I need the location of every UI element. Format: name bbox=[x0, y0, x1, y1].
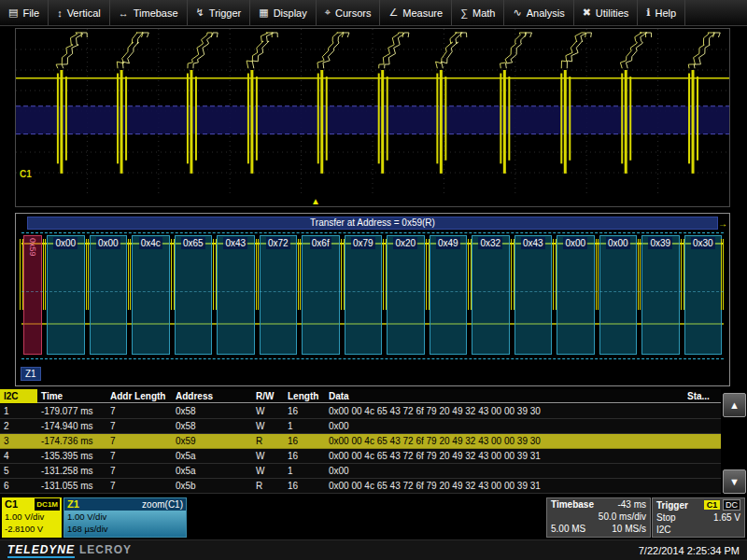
menu-item-label: Trigger bbox=[209, 7, 241, 19]
z1-descriptor-label: Z1 bbox=[67, 498, 79, 511]
trigger-descriptor-box[interactable]: Trigger C1 DC Stop 1.65 V I2C bbox=[652, 497, 745, 538]
table-bus-label[interactable]: I2C bbox=[0, 389, 37, 403]
descriptor-bar: C1 DC1M 1.00 V/div -2.8100 V Z1 zoom(C1)… bbox=[0, 497, 747, 539]
address-value: 0x59 bbox=[28, 238, 37, 354]
decode-byte-box[interactable]: 0x43 bbox=[514, 235, 553, 355]
cell-rw: W bbox=[252, 464, 284, 478]
scroll-right-icon[interactable]: → bbox=[718, 218, 727, 230]
cell-rw: R bbox=[252, 434, 284, 448]
menu-item-display[interactable]: ▦Display bbox=[250, 0, 316, 25]
decode-row-5[interactable]: 5-131.258 ms70x5aW10x00 bbox=[0, 464, 721, 479]
menu-item-measure[interactable]: ∠Measure bbox=[380, 0, 452, 25]
decode-byte-box[interactable]: 0x79 bbox=[345, 235, 383, 355]
column-header-length[interactable]: Length bbox=[284, 389, 325, 403]
decode-byte-box[interactable]: 0x30 bbox=[684, 235, 723, 355]
column-header-data[interactable]: Data bbox=[325, 389, 684, 403]
cell-address: 0x5b bbox=[172, 479, 252, 493]
decode-byte-box[interactable]: 0x72 bbox=[260, 235, 298, 355]
cell-rw: W bbox=[252, 404, 284, 418]
byte-value: 0x20 bbox=[393, 237, 417, 249]
decode-byte-box[interactable]: 0x43 bbox=[217, 235, 255, 355]
decode-row-2[interactable]: 2-174.940 ms70x58W10x00 bbox=[0, 419, 721, 434]
menu-bar: ▤File↕Vertical↔Timebase↯Trigger▦Display⌖… bbox=[0, 0, 747, 26]
column-header-sta[interactable]: Sta... bbox=[684, 389, 721, 403]
menu-item-file[interactable]: ▤File bbox=[0, 0, 49, 25]
menu-item-timebase[interactable]: ↔Timebase bbox=[110, 0, 188, 25]
oscilloscope-app: ▤File↕Vertical↔Timebase↯Trigger▦Display⌖… bbox=[0, 0, 747, 560]
c1-descriptor-label: C1 bbox=[5, 498, 18, 511]
decode-byte-box[interactable]: 0x00 bbox=[599, 235, 638, 355]
i2c-decode-table: I2C TimeAddr LengthAddressR/WLengthDataS… bbox=[0, 389, 747, 497]
byte-value: 0x39 bbox=[648, 237, 672, 249]
column-header-time[interactable]: Time bbox=[37, 389, 106, 403]
decode-byte-box[interactable]: 0x20 bbox=[387, 235, 425, 355]
decode-byte-box[interactable]: 0x6f bbox=[302, 235, 340, 355]
z1-descriptor-box[interactable]: Z1 zoom(C1) 1.00 V/div 168 µs/div bbox=[63, 497, 187, 538]
decode-byte-box[interactable]: 0x65 bbox=[175, 235, 213, 355]
cell-length: 16 bbox=[284, 404, 325, 418]
column-header-address[interactable]: Address bbox=[172, 389, 252, 403]
byte-value: 0x4c bbox=[139, 237, 162, 249]
decode-byte-box[interactable]: 0x49 bbox=[430, 235, 468, 355]
cell-address: 0x59 bbox=[172, 434, 252, 448]
cell-status bbox=[684, 434, 721, 448]
decode-row-1[interactable]: 1-179.077 ms70x58W160x00 00 4c 65 43 72 … bbox=[0, 404, 721, 419]
decode-row-3[interactable]: 3-174.736 ms70x59R160x00 00 4c 65 43 72 … bbox=[0, 434, 721, 449]
menu-item-label: File bbox=[22, 7, 39, 19]
menu-item-label: Analysis bbox=[527, 7, 565, 19]
timebase-descriptor-box[interactable]: Timebase -43 ms 50.0 ms/div 5.00 MS 10 M… bbox=[546, 497, 651, 538]
menu-item-vertical[interactable]: ↕Vertical bbox=[49, 0, 110, 25]
cell-index: 1 bbox=[0, 404, 37, 418]
z1-tdiv: 168 µs/div bbox=[64, 523, 186, 535]
scroll-down-button[interactable]: ▼ bbox=[723, 469, 746, 494]
cell-data: 0x00 00 4c 65 43 72 6f 79 20 49 32 43 00… bbox=[325, 449, 684, 463]
menu-item-label: Timebase bbox=[134, 7, 178, 19]
menu-item-label: Help bbox=[655, 7, 677, 19]
trigger-position-marker[interactable]: ▲ bbox=[311, 196, 320, 206]
transfer-address-banner: Transfer at Address = 0x59(R) → bbox=[27, 217, 718, 230]
byte-value: 0x00 bbox=[96, 237, 120, 249]
decode-byte-box[interactable]: 0x39 bbox=[641, 235, 680, 355]
column-header-addr-length[interactable]: Addr Length bbox=[106, 389, 172, 403]
decode-byte-box[interactable]: 0x32 bbox=[472, 235, 510, 355]
column-header-r-w[interactable]: R/W bbox=[252, 389, 284, 403]
utilities-icon: ✖ bbox=[583, 7, 591, 19]
menu-item-cursors[interactable]: ⌖Cursors bbox=[317, 0, 381, 25]
byte-value: 0x00 bbox=[563, 237, 587, 249]
timebase-delay: -43 ms bbox=[617, 498, 646, 511]
menu-item-trigger[interactable]: ↯Trigger bbox=[188, 0, 251, 25]
cell-index: 6 bbox=[0, 479, 37, 493]
z1-zoom-panel: Transfer at Address = 0x59(R) → 0x590x00… bbox=[15, 213, 730, 386]
byte-value: 0x72 bbox=[266, 237, 290, 249]
decode-byte-box[interactable]: 0x00 bbox=[47, 235, 85, 355]
decode-byte-box[interactable]: 0x00 bbox=[90, 235, 128, 355]
menu-item-label: Math bbox=[472, 7, 495, 19]
cell-status bbox=[684, 404, 721, 418]
cell-status bbox=[684, 464, 721, 478]
trigger-icon: ↯ bbox=[196, 7, 204, 19]
menu-item-analysis[interactable]: ∿Analysis bbox=[504, 0, 573, 25]
decode-byte-box[interactable]: 0x4c bbox=[132, 235, 170, 355]
byte-value: 0x00 bbox=[53, 237, 78, 249]
brand-teledyne: TELEDYNE bbox=[7, 543, 75, 558]
scroll-up-button[interactable]: ▲ bbox=[723, 393, 746, 417]
menu-item-math[interactable]: ∑Math bbox=[452, 0, 504, 25]
decode-address-box[interactable]: 0x59 bbox=[23, 235, 42, 355]
menu-item-utilities[interactable]: ✖Utilities bbox=[574, 0, 639, 25]
cell-data: 0x00 00 4c 65 43 72 6f 79 20 49 32 43 00… bbox=[325, 479, 684, 493]
measure-icon: ∠ bbox=[388, 7, 398, 19]
menu-item-label: Vertical bbox=[67, 7, 101, 19]
status-footer: TELEDYNE LECROY 7/22/2014 2:25:34 PM bbox=[0, 539, 747, 560]
z1-vdiv: 1.00 V/div bbox=[64, 511, 186, 523]
c1-descriptor-box[interactable]: C1 DC1M 1.00 V/div -2.8100 V bbox=[2, 497, 62, 538]
cell-time: -179.077 ms bbox=[37, 404, 106, 418]
cell-index: 2 bbox=[0, 419, 37, 433]
decode-byte-box[interactable]: 0x00 bbox=[557, 235, 595, 355]
cell-status bbox=[684, 449, 721, 463]
cell-length: 1 bbox=[284, 419, 325, 433]
decode-row-6[interactable]: 6-131.055 ms70x5bR160x00 00 4c 65 43 72 … bbox=[0, 479, 721, 494]
transfer-address-text: Transfer at Address = 0x59(R) bbox=[310, 217, 435, 228]
cell-rw: R bbox=[252, 479, 284, 493]
decode-row-4[interactable]: 4-135.395 ms70x5aW160x00 00 4c 65 43 72 … bbox=[0, 449, 721, 464]
menu-item-help[interactable]: ℹHelp bbox=[638, 0, 685, 25]
